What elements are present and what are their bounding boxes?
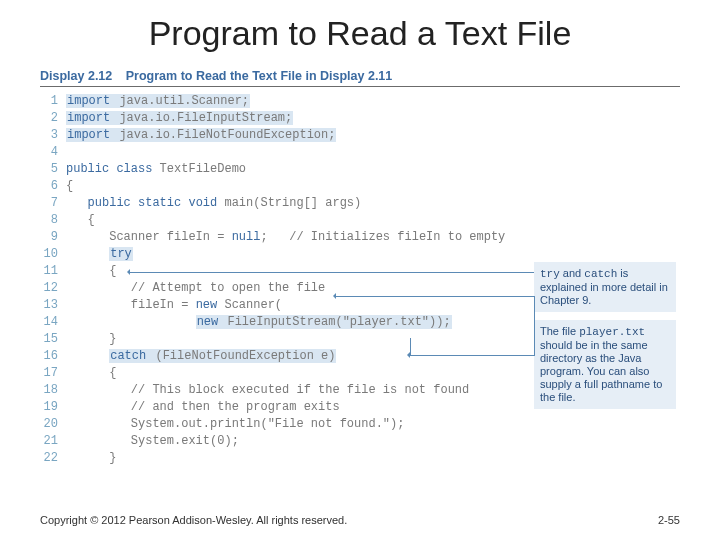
code-line: 2import java.io.FileInputStream; — [40, 110, 680, 127]
note1-kw2: catch — [584, 268, 617, 280]
slide-footer: Copyright © 2012 Pearson Addison-Wesley.… — [40, 514, 680, 526]
copyright-text: Copyright © 2012 Pearson Addison-Wesley.… — [40, 514, 347, 526]
code-line: 10 try — [40, 246, 680, 263]
arrow-to-try — [130, 272, 534, 273]
code-line: 5public class TextFileDemo — [40, 161, 680, 178]
code-line: 6{ — [40, 178, 680, 195]
code-line: 1import java.util.Scanner; — [40, 93, 680, 110]
code-line: 3import java.io.FileNotFoundException; — [40, 127, 680, 144]
code-line: 7 public static void main(String[] args) — [40, 195, 680, 212]
note2-kw: player.txt — [579, 326, 645, 338]
note1-kw1: try — [540, 268, 560, 280]
page-number: 2-55 — [658, 514, 680, 526]
display-header: Display 2.12 Program to Read the Text Fi… — [40, 69, 680, 87]
note2-t2: should be in the same directory as the J… — [540, 339, 662, 403]
callout-player-file: The file player.txt should be in the sam… — [534, 320, 676, 409]
slide-title: Program to Read a Text File — [0, 0, 720, 57]
code-line: 8 { — [40, 212, 680, 229]
code-line: 4 — [40, 144, 680, 161]
note1-t1: and — [560, 267, 584, 279]
display-title: Program to Read the Text File in Display… — [126, 69, 393, 83]
code-line: 20 System.out.println("File not found.")… — [40, 416, 680, 433]
display-label: Display 2.12 — [40, 69, 112, 83]
arrow-to-catch — [336, 296, 534, 297]
code-line: 22 } — [40, 450, 680, 467]
code-line: 9 Scanner fileIn = null; // Initializes … — [40, 229, 680, 246]
note2-t1: The file — [540, 325, 579, 337]
code-line: 21 System.exit(0); — [40, 433, 680, 450]
arrow-to-fileinput — [410, 355, 534, 356]
callout-try-catch: try and catch is explained in more detai… — [534, 262, 676, 312]
